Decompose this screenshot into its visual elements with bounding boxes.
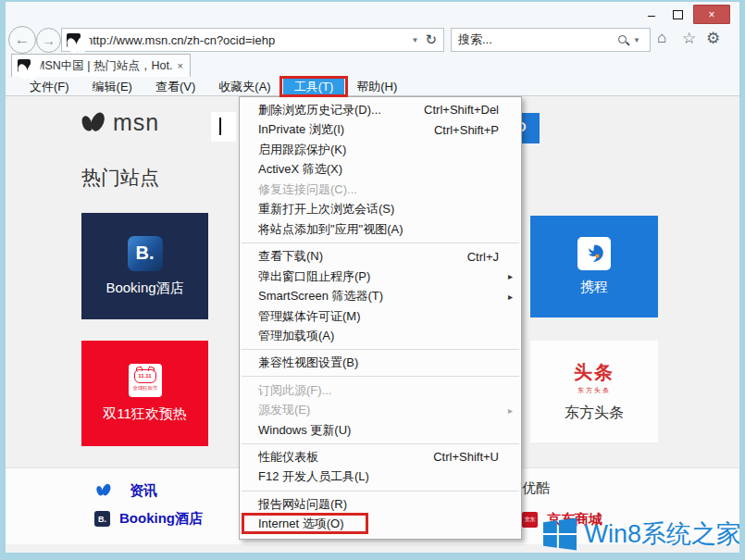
tile-label: Booking酒店 bbox=[106, 280, 183, 297]
back-button[interactable]: ← bbox=[8, 26, 36, 54]
menu-item[interactable]: 删除浏览历史记录(D)...Ctrl+Shift+Del bbox=[240, 100, 521, 120]
menu-item-label: ActiveX 筛选(X) bbox=[258, 161, 342, 178]
submenu-arrow-icon: ▸ bbox=[508, 405, 513, 416]
win8-watermark: Win8系统之家 bbox=[543, 517, 739, 551]
link-label: Booking酒店 bbox=[119, 510, 203, 528]
settings-gear-icon[interactable]: ⚙ bbox=[706, 29, 720, 48]
msn-butterfly-icon bbox=[81, 111, 106, 135]
menu-item-shortcut: Ctrl+Shift+Del bbox=[424, 103, 499, 117]
menu-item-label: 将站点添加到"应用"视图(A) bbox=[258, 221, 404, 238]
menu-item[interactable]: 兼容性视图设置(B) bbox=[240, 354, 521, 374]
forward-arrow-icon: → bbox=[42, 32, 56, 48]
toutiao-logo-text: 头条 bbox=[574, 360, 615, 385]
menu-item[interactable]: 管理加载项(A) bbox=[240, 326, 521, 346]
menubar-item[interactable]: 查看(V) bbox=[144, 77, 206, 96]
menu-item-shortcut: Ctrl+Shift+U bbox=[433, 450, 499, 464]
menu-item[interactable]: 弹出窗口阻止程序(P)▸ bbox=[240, 267, 521, 287]
tmall-sub-text: 全球狂欢节 bbox=[132, 384, 157, 392]
url-dropdown-icon[interactable]: ▼ bbox=[408, 36, 423, 44]
menu-separator bbox=[242, 491, 519, 492]
menu-item[interactable]: 查看下载(N)Ctrl+J bbox=[240, 246, 521, 267]
tmall-cat-logo-icon: 11.11 全球狂欢节 bbox=[129, 364, 162, 397]
menu-item[interactable]: ActiveX 筛选(X) bbox=[240, 160, 521, 180]
home-icon[interactable]: ⌂ bbox=[657, 29, 666, 47]
jd-logo-icon: 京东 bbox=[522, 512, 538, 528]
back-arrow-icon: ← bbox=[15, 31, 31, 49]
annotation-box bbox=[279, 76, 349, 97]
browser-tab[interactable]: MSN中国 | 热门站点，Hot... × bbox=[11, 54, 191, 77]
tile-booking[interactable]: B. Booking酒店 bbox=[81, 213, 208, 319]
menu-separator bbox=[242, 376, 519, 377]
address-bar[interactable]: ▼ ↻ bbox=[61, 28, 444, 52]
menu-item-label: 报告网站问题(R) bbox=[258, 496, 347, 513]
link-youku[interactable]: 优酷 bbox=[522, 479, 550, 497]
page-search-input[interactable] bbox=[211, 112, 236, 142]
link-label: 优酷 bbox=[522, 479, 550, 497]
menu-item-label: 源发现(E) bbox=[258, 402, 310, 418]
tile-ctrip[interactable]: 携程 bbox=[530, 216, 658, 317]
menu-item[interactable]: 重新打开上次浏览会话(S) bbox=[240, 200, 521, 220]
link-zixun[interactable]: 资讯 bbox=[96, 479, 157, 503]
search-bar[interactable]: ▼ bbox=[451, 28, 651, 52]
menu-item[interactable]: 启用跟踪保护(K) bbox=[240, 140, 521, 160]
minimize-button[interactable]: – bbox=[641, 6, 662, 23]
maximize-icon bbox=[673, 10, 683, 19]
menu-item[interactable]: Windows 更新(U) bbox=[240, 420, 521, 441]
refresh-icon[interactable]: ↻ bbox=[422, 31, 440, 48]
tile-toutiao[interactable]: 头条 东方头条 东方头条 bbox=[530, 341, 658, 442]
menu-item-label: InPrivate 浏览(I) bbox=[258, 121, 344, 138]
menu-item[interactable]: SmartScreen 筛选器(T)▸ bbox=[240, 286, 521, 306]
tile-label: 东方头条 bbox=[565, 404, 624, 423]
menubar-item[interactable]: 编辑(E) bbox=[81, 77, 143, 96]
menubar-item[interactable]: 工具(T) bbox=[283, 77, 345, 96]
tab-favicon-icon bbox=[18, 59, 31, 72]
menu-item-shortcut: Ctrl+J bbox=[467, 250, 499, 264]
search-icon[interactable] bbox=[617, 34, 629, 46]
search-dropdown-icon[interactable]: ▼ bbox=[629, 36, 644, 44]
menu-item-label: Internet 选项(O) bbox=[258, 516, 343, 532]
menu-item[interactable]: 报告网站问题(R) bbox=[240, 494, 521, 515]
url-input[interactable] bbox=[81, 33, 408, 47]
browser-window: – × ← → ▼ ↻ ▼ ⌂ ☆ ⚙ MSN中国 | 热门站 bbox=[0, 0, 745, 560]
tab-title: MSN中国 | 热门站点，Hot... bbox=[35, 58, 172, 74]
msn-favicon-icon bbox=[67, 33, 81, 47]
favorites-star-icon[interactable]: ☆ bbox=[682, 29, 696, 48]
submenu-arrow-icon: ▸ bbox=[508, 292, 513, 302]
search-input[interactable] bbox=[457, 33, 617, 47]
menu-item[interactable]: Internet 选项(O) bbox=[240, 514, 521, 534]
menu-item-label: 重新打开上次浏览会话(S) bbox=[258, 201, 394, 218]
menu-item-shortcut: Ctrl+Shift+P bbox=[434, 123, 499, 137]
tile-tmall-1111[interactable]: 11.11 全球狂欢节 双11狂欢预热 bbox=[81, 341, 208, 446]
menu-item[interactable]: 性能仪表板Ctrl+Shift+U bbox=[240, 447, 521, 467]
menu-item-label: 性能仪表板 bbox=[258, 449, 318, 466]
submenu-arrow-icon: ▸ bbox=[508, 271, 513, 281]
menubar-item[interactable]: 收藏夹(A) bbox=[207, 77, 281, 96]
tools-menu: 删除浏览历史记录(D)...Ctrl+Shift+DelInPrivate 浏览… bbox=[239, 96, 522, 540]
menu-item-label: 启用跟踪保护(K) bbox=[258, 142, 346, 158]
maximize-button[interactable] bbox=[667, 6, 688, 23]
close-button[interactable]: × bbox=[693, 5, 730, 24]
msn-logo-text: msn bbox=[113, 109, 159, 136]
menu-item[interactable]: 管理媒体许可证(M) bbox=[240, 306, 521, 327]
tab-close-icon[interactable]: × bbox=[177, 60, 184, 71]
menu-item-label: SmartScreen 筛选器(T) bbox=[258, 288, 383, 305]
forward-button[interactable]: → bbox=[36, 28, 61, 53]
menu-item[interactable]: F12 开发人员工具(L) bbox=[240, 467, 521, 488]
menubar-item[interactable]: 帮助(H) bbox=[345, 77, 408, 96]
menu-item-label: 查看下载(N) bbox=[258, 248, 323, 265]
menu-item-label: Windows 更新(U) bbox=[258, 422, 351, 439]
toutiao-logo-icon: 头条 东方头条 bbox=[574, 360, 615, 395]
link-booking[interactable]: B. Booking酒店 bbox=[94, 510, 203, 528]
menubar-item[interactable]: 文件(F) bbox=[19, 77, 81, 96]
menu-item-label: 删除浏览历史记录(D)... bbox=[258, 102, 381, 118]
menu-item-label: 兼容性视图设置(B) bbox=[258, 355, 358, 371]
menu-item-label: 管理媒体许可证(M) bbox=[258, 308, 361, 325]
msn-logo[interactable]: msn bbox=[81, 109, 159, 136]
window-controls: – × bbox=[641, 5, 730, 24]
booking-logo-icon: B. bbox=[128, 236, 163, 271]
menu-item[interactable]: InPrivate 浏览(I)Ctrl+Shift+P bbox=[240, 120, 521, 141]
menu-item[interactable]: 将站点添加到"应用"视图(A) bbox=[240, 219, 521, 240]
menu-separator bbox=[242, 349, 519, 350]
partial-hidden-tile[interactable]: O bbox=[520, 113, 540, 143]
toutiao-logo-subtext: 东方头条 bbox=[577, 386, 611, 395]
